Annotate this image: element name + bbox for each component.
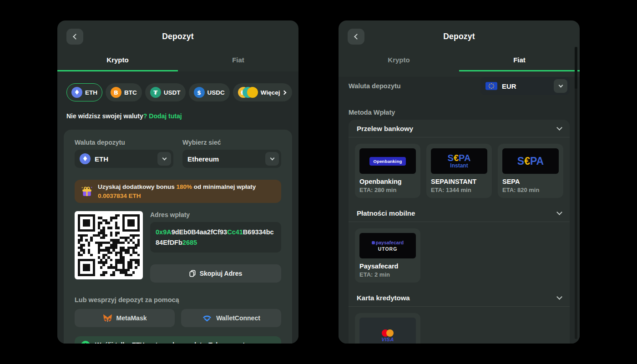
method-eta: ETA: 1344 min — [431, 187, 487, 193]
crypto-tab-content: ♦ ETH B BTC ₮ USDT $ USDC Đ Wi — [57, 71, 298, 344]
chevron-down-icon — [556, 294, 562, 300]
deposit-qr-code — [75, 211, 143, 279]
add-currency-link[interactable]: ? Dodaj tutaj — [143, 112, 182, 120]
sepa-logo: S€PA — [502, 148, 559, 174]
copy-address-button[interactable]: Skopiuj Adres — [150, 264, 281, 283]
eth-only-warning: i Wyślij tylko ETH na ten adres wpłaty. … — [75, 336, 281, 344]
fiat-currency-select[interactable]: EUR — [480, 77, 570, 95]
active-tab-indicator — [459, 70, 580, 71]
credit-card-methods: VISA — [349, 307, 570, 344]
mobile-payment-methods: paysafecard UTORG Paysafecard ETA: 2 min — [349, 222, 570, 289]
currency-pill-btc[interactable]: B BTC — [106, 83, 142, 101]
metamask-button[interactable]: MetaMask — [75, 309, 175, 327]
dropdown-toggle[interactable] — [554, 79, 567, 93]
bonus-banner: Uzyskaj dodatkowy bonus 180% od minimaln… — [75, 180, 281, 203]
walletconnect-icon — [202, 315, 212, 322]
deposit-address: 0x9A9dEb0B4aa2fCf93Cc41B69334bc84EfDFb26… — [150, 222, 281, 253]
tab-fiat[interactable]: Fiat — [178, 52, 298, 71]
bonus-amount: 0.0037834 ETH — [98, 192, 141, 199]
tab-bar: Krypto Fiat — [339, 52, 580, 71]
method-card-openbanking[interactable]: Openbanking Openbanking ETA: 280 min — [355, 144, 420, 198]
eth-icon: ♦ — [80, 153, 91, 164]
pill-label: Więcej — [261, 89, 280, 96]
selected-currency: ETH — [95, 155, 108, 163]
dropdown-toggle[interactable] — [157, 152, 171, 166]
address-label: Adres wpłaty — [150, 211, 281, 218]
network-label: Wybierz sieć — [182, 139, 281, 146]
paysafecard-logo: paysafecard UTORG — [359, 233, 416, 258]
eth-icon: ♦ — [71, 87, 82, 98]
deposit-currency-select[interactable]: ♦ ETH — [75, 150, 173, 168]
method-card-paysafecard[interactable]: paysafecard UTORG Paysafecard ETA: 2 min — [355, 228, 420, 283]
walletconnect-button[interactable]: WalletConnect — [181, 309, 281, 327]
openbanking-logo: Openbanking — [359, 148, 416, 174]
missing-currency-text: Nie widzisz swojej waluty — [66, 112, 143, 120]
network-select[interactable]: Ethereum — [182, 150, 281, 168]
bonus-text: Uzyskaj dodatkowy bonus 180% od minimaln… — [98, 182, 275, 200]
pill-label: USDT — [164, 89, 181, 96]
pill-label: BTC — [124, 89, 137, 96]
scrollbar[interactable] — [575, 47, 577, 339]
method-eta: ETA: 280 min — [359, 187, 416, 193]
currency-pill-usdt[interactable]: ₮ USDT — [145, 83, 186, 101]
pill-label: USDC — [207, 89, 225, 96]
deposit-fiat-modal: Depozyt Krypto Fiat Waluta depozytu — [339, 20, 580, 344]
method-card-sepa[interactable]: S€PA SEPA ETA: 820 min — [498, 144, 563, 198]
metamask-fox-icon — [103, 314, 112, 323]
currency-pill-more[interactable]: Đ Więcej — [233, 83, 293, 101]
page-title: Depozyt — [162, 32, 193, 41]
modal-header: Depozyt — [57, 20, 298, 52]
modal-header: Depozyt — [339, 20, 580, 52]
mastercard-icon — [382, 329, 394, 337]
deposit-currency-label: Waluta depozytu — [75, 139, 173, 146]
deposit-card: Waluta depozytu Wybierz sieć ♦ ETH Ether… — [64, 130, 292, 344]
coin-stack-icon: Đ — [238, 87, 258, 98]
eu-flag-icon — [485, 82, 497, 90]
dropdown-toggle[interactable] — [265, 152, 279, 166]
method-card-sepainstant[interactable]: S€PA Instant SEPAINSTANT ETA: 1344 min — [426, 144, 492, 198]
method-eta: ETA: 2 min — [359, 271, 416, 278]
back-button[interactable] — [348, 29, 364, 45]
deposit-crypto-modal: Depozyt Krypto Fiat ♦ ETH B BTC ₮ USDT $… — [57, 20, 298, 344]
chevron-down-icon — [270, 156, 274, 160]
btc-icon: B — [111, 87, 121, 98]
currency-pills: ♦ ETH B BTC ₮ USDT $ USDC Đ Wi — [57, 71, 298, 101]
chevron-down-icon — [556, 125, 562, 131]
selected-fiat-currency: EUR — [502, 82, 516, 90]
sepa-instant-logo: S€PA Instant — [431, 148, 487, 174]
info-icon: i — [81, 341, 90, 344]
deposit-currency-label: Waluta depozytu — [349, 82, 401, 90]
tab-bar: Krypto Fiat — [57, 52, 298, 71]
method-card-visa-mastercard[interactable]: VISA — [355, 313, 420, 344]
connect-wallet-label: Lub wesprzyj depozyt za pomocą — [75, 296, 281, 303]
bonus-percent: 180% — [177, 183, 192, 190]
section-mobile-payments[interactable]: Płatności mobilne — [349, 204, 570, 222]
section-bank-transfer[interactable]: Przelew bankowy — [349, 120, 570, 137]
coin-icon — [247, 87, 258, 98]
tab-krypto[interactable]: Krypto — [339, 52, 459, 71]
selected-network: Ethereum — [187, 155, 219, 163]
chevron-down-icon — [162, 156, 167, 160]
page-title: Depozyt — [443, 32, 475, 41]
usdc-icon: $ — [194, 87, 205, 98]
currency-pill-usdc[interactable]: $ USDC — [189, 83, 230, 101]
missing-currency-row: Nie widzisz swojej waluty? Dodaj tutaj — [57, 101, 298, 120]
back-button[interactable] — [66, 29, 83, 45]
section-credit-card[interactable]: Karta kredytowa — [349, 289, 570, 306]
scrollbar-thumb[interactable] — [575, 47, 577, 89]
chevron-left-icon — [73, 34, 79, 40]
currency-pill-eth[interactable]: ♦ ETH — [66, 83, 102, 101]
payment-methods-list: Przelew bankowy Openbanking Openbanking … — [349, 120, 570, 344]
payment-method-label: Metoda Wpłaty — [349, 109, 570, 116]
fiat-tab-content: Waluta depozytu EUR — [339, 77, 580, 344]
chevron-left-icon — [354, 34, 360, 40]
visa-mastercard-logo: VISA — [359, 318, 416, 344]
gift-icon — [81, 186, 93, 197]
tab-krypto[interactable]: Krypto — [57, 52, 178, 71]
chevron-down-icon — [558, 83, 563, 87]
method-eta: ETA: 820 min — [502, 187, 559, 193]
paysafecard-mark — [372, 241, 375, 244]
tab-fiat[interactable]: Fiat — [459, 52, 580, 71]
chevron-right-icon — [282, 90, 287, 95]
bank-transfer-methods: Openbanking Openbanking ETA: 280 min S€P… — [349, 137, 570, 204]
